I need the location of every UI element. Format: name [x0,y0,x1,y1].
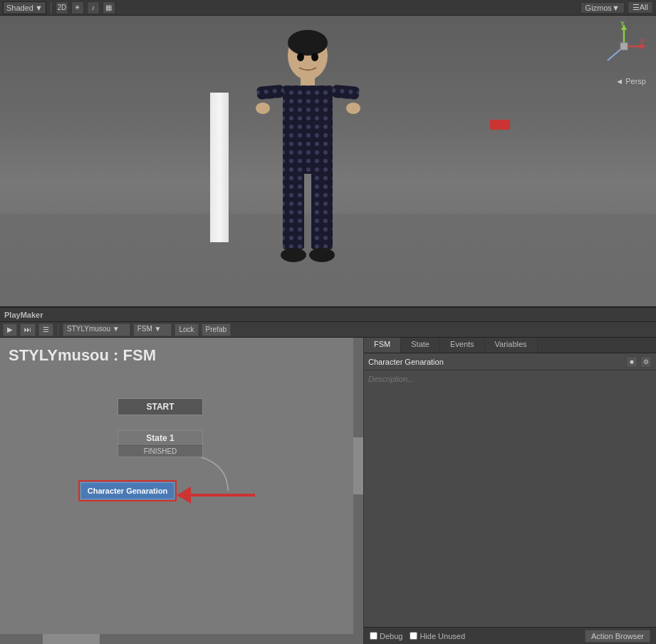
svg-point-16 [311,53,318,61]
fsm-graph-title: STYLYmusou : FSM [9,346,156,365]
action-browser-button[interactable]: Action Browser [585,630,650,643]
svg-text:Y: Y [620,21,625,27]
svg-rect-5 [283,85,333,157]
svg-rect-7 [332,85,360,100]
svg-rect-4 [301,76,315,87]
tabs-row: FSM State Events Variables [364,338,656,353]
fsm-scrollbar-vertical[interactable] [353,338,363,644]
node-char-gen[interactable]: Character Genaration [80,482,175,499]
description-placeholder: Description... [368,375,414,383]
2d-toggle[interactable]: 2D [56,1,68,14]
fsm-object-dropdown[interactable]: STYLYmusou ▼ [63,323,130,336]
step-button[interactable]: ⏭ [20,323,36,336]
arrow-shaft [191,494,255,497]
panel-gear-icon[interactable]: ⚙ [640,356,652,368]
gizmos-button[interactable]: Gizmos▼ [580,2,625,14]
bottom-section: PlayMaker ▶ ⏭ ☰ STYLYmusou ▼ FSM ▼ Lock … [0,306,656,644]
fsm-panel-name: Character Genaration [368,358,626,366]
arrow-head [177,487,191,504]
axis-gizmo: Y X [599,21,649,71]
play-button[interactable]: ▶ [3,323,17,336]
connection-lines [0,338,356,623]
tab-state[interactable]: State [401,338,440,353]
svg-point-9 [346,103,360,114]
panel-settings-icon[interactable]: ■ [626,356,637,368]
tab-fsm[interactable]: FSM [364,338,401,353]
red-object [490,120,510,130]
svg-point-14 [309,248,335,262]
svg-point-3 [288,30,328,56]
fsm-panel-icons: ■ ⚙ [626,356,652,368]
viewport-toolbar: Shaded ▼ 2D ☀ ♪ ▦ Gizmos▼ ☰All [0,0,656,16]
svg-point-8 [256,103,270,114]
playmaker-header: PlayMaker [0,306,656,322]
lighting-icon[interactable]: ☀ [71,1,84,14]
toolbar-separator [51,2,51,14]
fsm-graph-area[interactable]: STYLYmusou : FSM START State 1 FINISHED … [0,338,363,644]
playmaker-title: PlayMaker [4,311,43,319]
character-figure [253,28,363,303]
svg-text:X: X [640,37,645,44]
fsm-panel-header: Character Genaration ■ ⚙ [364,353,656,370]
prefab-button[interactable]: Prefab [202,323,231,336]
svg-marker-20 [640,43,646,49]
right-panel: FSM State Events Variables Character Gen… [363,338,656,644]
white-pole-object [210,93,229,242]
hide-unused-checkbox-label[interactable]: Hide Unused [410,632,465,640]
node-state1-event: FINISHED [118,446,202,457]
fsm-scrollbar-h-thumb[interactable] [43,634,100,644]
hide-unused-checkbox[interactable] [410,632,417,640]
camera-filter-button[interactable]: ☰All [628,1,653,14]
persp-label: ◄ Persp [615,77,646,85]
svg-rect-11 [283,171,304,249]
debug-checkbox[interactable] [370,632,378,640]
svg-rect-24 [620,43,628,50]
fsm-scrollbar-horizontal[interactable] [0,634,353,644]
gizmos-area: Gizmos▼ ☰All [580,1,653,14]
toolbar-sep-1 [58,324,58,336]
scene-viewport: Shaded ▼ 2D ☀ ♪ ▦ Gizmos▼ ☰All [0,0,656,306]
node-start[interactable]: START [118,398,203,415]
arrow-indicator [177,487,255,504]
shading-dropdown[interactable]: Shaded ▼ [3,1,46,14]
debug-checkbox-label[interactable]: Debug [370,632,402,640]
fsm-scrollbar-v-thumb[interactable] [353,437,363,494]
audio-icon[interactable]: ♪ [87,1,100,14]
fsm-type-dropdown[interactable]: FSM ▼ [133,323,172,336]
playmaker-toolbar: ▶ ⏭ ☰ STYLYmusou ▼ FSM ▼ Lock Prefab [0,322,656,338]
bottom-main-area: STYLYmusou : FSM START State 1 FINISHED … [0,338,656,644]
effects-icon[interactable]: ▦ [103,1,115,14]
tab-events[interactable]: Events [440,338,485,353]
svg-point-15 [297,53,304,61]
tab-variables[interactable]: Variables [485,338,538,353]
description-area[interactable]: Description... [364,370,656,627]
right-panel-bottom-bar: Debug Hide Unused Action Browser [364,627,656,644]
menu-button[interactable]: ☰ [38,323,53,336]
svg-rect-10 [283,154,333,174]
node-state1-title: State 1 [118,431,202,446]
lock-button[interactable]: Lock [175,323,198,336]
svg-rect-12 [311,171,333,249]
svg-point-13 [281,248,306,262]
node-state1[interactable]: State 1 FINISHED [118,430,203,457]
svg-rect-6 [256,85,284,100]
